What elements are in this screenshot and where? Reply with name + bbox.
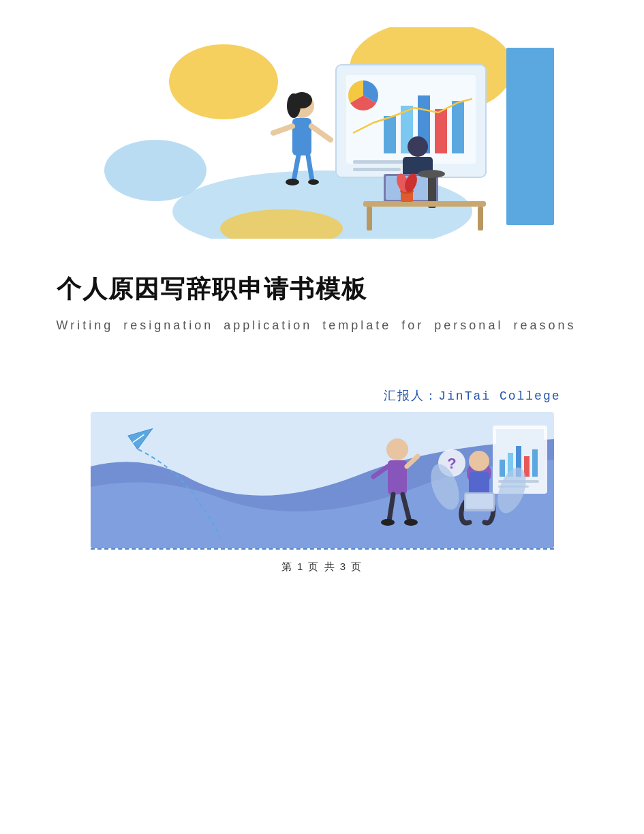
svg-point-25 bbox=[308, 179, 319, 185]
svg-point-51 bbox=[469, 451, 489, 471]
svg-point-48 bbox=[381, 519, 395, 526]
page-number: 第 1 页 共 3 页 bbox=[281, 561, 363, 574]
reporter-text: 汇报人：JinTai College bbox=[384, 389, 560, 403]
svg-rect-43 bbox=[388, 460, 407, 494]
svg-line-21 bbox=[311, 126, 331, 140]
svg-rect-12 bbox=[452, 101, 464, 153]
svg-rect-54 bbox=[465, 494, 493, 509]
svg-rect-59 bbox=[500, 460, 505, 477]
reporter-line: 汇报人：JinTai College bbox=[43, 387, 602, 404]
svg-rect-33 bbox=[367, 207, 372, 230]
page-container: 个人原因写辞职申请书模板 Writing resignation applica… bbox=[29, 0, 615, 587]
svg-rect-5 bbox=[506, 48, 554, 225]
svg-rect-63 bbox=[532, 449, 538, 477]
dashed-divider bbox=[91, 548, 554, 550]
main-title: 个人原因写辞职申请书模板 bbox=[57, 273, 588, 306]
svg-point-49 bbox=[404, 519, 418, 526]
svg-rect-34 bbox=[478, 207, 483, 230]
bottom-illustration: ? bbox=[91, 412, 554, 548]
top-illustration bbox=[91, 27, 554, 239]
svg-rect-11 bbox=[435, 109, 447, 153]
svg-point-42 bbox=[386, 438, 408, 460]
svg-rect-8 bbox=[384, 116, 396, 153]
svg-point-24 bbox=[286, 179, 299, 185]
title-section: 个人原因写辞职申请书模板 Writing resignation applica… bbox=[43, 273, 602, 333]
svg-rect-62 bbox=[524, 456, 530, 477]
svg-rect-19 bbox=[292, 118, 311, 155]
svg-point-31 bbox=[418, 170, 445, 178]
svg-point-26 bbox=[408, 136, 428, 157]
svg-point-0 bbox=[169, 44, 278, 119]
svg-point-18 bbox=[287, 93, 301, 118]
svg-rect-32 bbox=[363, 201, 486, 207]
subtitle: Writing resignation application template… bbox=[57, 318, 588, 333]
svg-rect-15 bbox=[353, 168, 401, 171]
svg-line-20 bbox=[273, 126, 292, 133]
